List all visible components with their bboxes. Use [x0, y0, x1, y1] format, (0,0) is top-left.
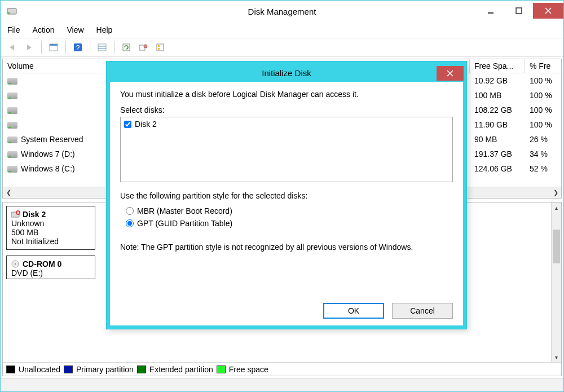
swatch-free — [217, 365, 226, 373]
free-space: 191.37 GB — [470, 149, 525, 158]
disk2-status: Not Initialized — [11, 237, 90, 246]
disk-error-icon — [11, 210, 20, 218]
mbr-radio[interactable] — [126, 207, 134, 215]
legend-free: Free space — [229, 365, 268, 374]
legend-extended: Extended partition — [149, 365, 213, 374]
col-free-space[interactable]: Free Spa... — [470, 59, 525, 73]
disk-block-disk2[interactable]: Disk 2 Unknown 500 MB Not Initialized — [6, 206, 95, 250]
svg-rect-8 — [98, 44, 106, 51]
svg-rect-14 — [157, 44, 164, 51]
free-space: 100 MB — [470, 91, 525, 100]
volume-icon — [7, 78, 17, 85]
menu-view[interactable]: View — [67, 25, 83, 34]
ok-button[interactable]: OK — [323, 303, 384, 319]
disk2-type: Unknown — [11, 219, 90, 228]
menu-file[interactable]: File — [7, 25, 20, 34]
svg-rect-15 — [158, 45, 160, 47]
scroll-down-icon[interactable]: ▾ — [552, 352, 561, 362]
table-view-icon[interactable] — [95, 40, 109, 55]
scroll-right-icon[interactable]: ❯ — [550, 187, 561, 198]
disk2-check-label: Disk 2 — [135, 120, 157, 129]
swatch-extended — [137, 365, 146, 373]
window-controls — [477, 3, 563, 20]
volume-icon — [7, 136, 17, 143]
titlebar: Disk Management — [1, 1, 563, 22]
cancel-button[interactable]: Cancel — [392, 303, 453, 319]
volume-name: Windows 7 (D:) — [21, 149, 75, 158]
initialize-disk-dialog: Initialize Disk You must initialize a di… — [106, 61, 467, 329]
volume-icon — [7, 107, 17, 114]
col-pct-free[interactable]: % Fre — [525, 59, 561, 73]
svg-rect-2 — [488, 12, 493, 14]
disk2-checkbox[interactable] — [124, 121, 131, 128]
cdrom-sub: DVD (E:) — [11, 268, 90, 278]
mbr-radio-row[interactable]: MBR (Master Boot Record) — [126, 206, 453, 215]
svg-point-13 — [144, 45, 147, 48]
refresh-icon[interactable] — [119, 40, 134, 55]
gpt-label: GPT (GUID Partition Table) — [137, 219, 232, 228]
vscroll-track[interactable] — [552, 213, 561, 352]
vscroll-thumb[interactable] — [553, 230, 560, 263]
vertical-scrollbar[interactable]: ▴ ▾ — [551, 202, 561, 362]
svg-rect-5 — [50, 44, 58, 46]
maximize-button[interactable] — [505, 3, 533, 19]
details-icon[interactable] — [153, 40, 168, 55]
dialog-intro: You must initialize a disk before Logica… — [120, 90, 453, 99]
free-space: 124.06 GB — [470, 164, 525, 173]
dialog-buttons: OK Cancel — [120, 296, 453, 319]
close-button[interactable] — [533, 3, 563, 19]
partition-style-label: Use the following partition style for th… — [120, 191, 453, 200]
free-space: 11.90 GB — [470, 120, 525, 129]
forward-icon[interactable] — [22, 40, 37, 55]
gpt-radio[interactable] — [126, 219, 134, 227]
dialog-note: Note: The GPT partition style is not rec… — [120, 242, 453, 253]
svg-rect-11 — [123, 44, 130, 51]
pct-free: 100 % — [525, 76, 561, 85]
disk-block-cdrom[interactable]: CD-ROM 0 DVD (E:) — [6, 256, 95, 279]
volume-icon — [7, 166, 17, 173]
window-title: Disk Management — [248, 7, 316, 16]
scroll-up-icon[interactable]: ▴ — [552, 202, 561, 213]
pct-free: 100 % — [525, 105, 561, 114]
pct-free: 26 % — [525, 135, 561, 144]
volume-icon — [7, 93, 17, 99]
settings-icon[interactable] — [136, 40, 151, 55]
pct-free: 100 % — [525, 91, 561, 100]
pct-free: 100 % — [525, 120, 561, 129]
free-space: 108.22 GB — [470, 105, 525, 114]
disk2-size: 500 MB — [11, 228, 90, 237]
scroll-left-icon[interactable]: ❮ — [3, 187, 14, 198]
svg-point-20 — [15, 263, 16, 265]
svg-rect-16 — [158, 48, 160, 50]
menubar: File Action View Help — [1, 22, 563, 38]
gpt-radio-row[interactable]: GPT (GUID Partition Table) — [126, 219, 453, 228]
legend-unallocated: Unallocated — [19, 365, 60, 374]
volume-icon — [7, 122, 17, 129]
disk2-title: Disk 2 — [23, 210, 46, 219]
help-icon[interactable]: ? — [70, 40, 85, 55]
volume-name: System Reserved — [21, 135, 83, 144]
status-bar — [1, 378, 563, 391]
svg-rect-1 — [8, 12, 10, 14]
properties-icon[interactable] — [46, 40, 61, 55]
menu-action[interactable]: Action — [33, 25, 55, 34]
cdrom-icon — [11, 260, 20, 268]
disk-check-row[interactable]: Disk 2 — [124, 120, 449, 129]
svg-text:?: ? — [76, 44, 80, 52]
dialog-title: Initialize Disk — [262, 68, 311, 78]
cdrom-title: CD-ROM 0 — [23, 259, 61, 268]
dialog-close-button[interactable] — [437, 66, 464, 81]
mbr-label: MBR (Master Boot Record) — [137, 206, 232, 215]
select-disks-label: Select disks: — [120, 105, 453, 114]
volume-icon — [7, 151, 17, 158]
back-icon[interactable] — [5, 40, 20, 55]
minimize-button[interactable] — [477, 3, 505, 19]
svg-rect-3 — [516, 8, 522, 14]
swatch-primary — [64, 365, 73, 373]
legend: Unallocated Primary partition Extended p… — [3, 362, 561, 376]
disk-listbox[interactable]: Disk 2 — [120, 117, 453, 182]
free-space: 90 MB — [470, 135, 525, 144]
menu-help[interactable]: Help — [96, 25, 113, 34]
dialog-titlebar: Initialize Disk — [107, 61, 466, 82]
toolbar: ? — [1, 38, 563, 57]
